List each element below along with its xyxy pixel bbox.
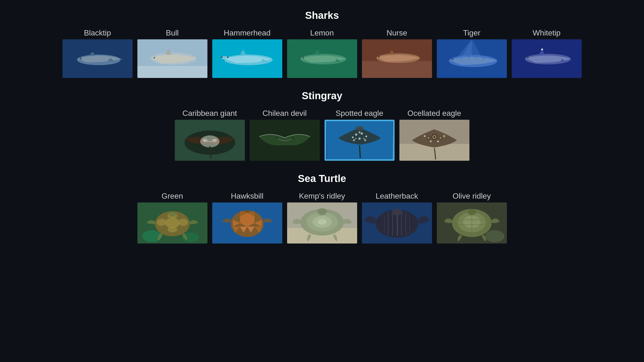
turtle-hawksbill-label: Hawksbill [231,192,264,201]
svg-point-96 [468,209,476,215]
shark-lemon-image[interactable] [287,39,357,78]
turtle-olive-label: Olive ridley [452,192,491,201]
svg-point-65 [168,227,177,232]
turtle-green-label: Green [162,192,183,201]
svg-point-10 [221,57,222,58]
shark-blacktip-image[interactable] [62,39,132,78]
ray-caribbean-image[interactable] [175,120,245,161]
svg-point-52 [440,137,442,139]
svg-point-6 [154,57,155,58]
ray-caribbean-item[interactable]: Caribbean giant [175,109,245,161]
svg-point-62 [157,219,166,226]
svg-point-42 [355,138,356,139]
ray-spotted-item[interactable]: Spotted eagle [324,109,394,161]
svg-point-36 [352,136,354,138]
svg-point-63 [178,219,188,226]
svg-point-84 [317,208,327,215]
svg-point-33 [355,133,357,136]
svg-point-41 [363,138,364,139]
stingray-grid: Caribbean giant [14,109,630,161]
shark-hammerhead-item[interactable]: Hammerhead [212,28,282,78]
svg-point-54 [443,135,445,137]
svg-point-50 [428,137,429,139]
ray-ocellated-image[interactable] [400,120,470,161]
turtle-leatherback-image[interactable] [362,202,432,244]
svg-point-56 [437,140,439,142]
shark-whitetip-image[interactable] [512,39,582,78]
ray-spotted-label: Spotted eagle [336,109,384,118]
ray-chilean-label: Chilean devil [262,109,307,118]
sharks-grid: Blacktip [14,28,630,78]
shark-nurse-image[interactable] [362,39,432,78]
svg-point-87 [392,209,402,216]
sea-turtle-grid: Green [14,192,630,244]
turtle-leatherback-item[interactable]: Leatherback [362,192,432,244]
svg-rect-4 [138,66,208,78]
svg-point-66 [169,212,176,217]
svg-point-25 [527,57,528,58]
stingray-title: Stingray [14,90,630,102]
ray-chilean-image[interactable] [250,120,320,161]
turtle-green-image[interactable] [138,202,208,244]
svg-point-18 [378,56,380,58]
shark-whitetip-label: Whitetip [533,28,561,37]
shark-hammerhead-label: Hammerhead [224,28,271,37]
turtle-olive-item[interactable]: Olive ridley [437,192,507,244]
shark-tiger-item[interactable]: Tiger [437,28,507,78]
turtle-kemps-image[interactable] [287,202,357,244]
sea-turtle-title: Sea Turtle [14,173,630,184]
shark-blacktip-label: Blacktip [84,28,111,37]
turtle-leatherback-label: Leatherback [376,192,418,201]
svg-point-55 [430,140,432,142]
ray-caribbean-label: Caribbean giant [182,109,237,118]
turtle-olive-image[interactable] [437,202,507,244]
svg-rect-9 [222,56,228,59]
svg-point-38 [364,139,366,141]
svg-point-21 [452,59,453,60]
shark-bull-item[interactable]: Bull [138,28,208,78]
svg-point-37 [358,138,360,140]
ray-ocellated-item[interactable]: Ocellated eagle [400,109,470,161]
ray-chilean-item[interactable]: Chilean devil [250,109,320,161]
svg-point-14 [303,57,304,58]
sharks-section: Sharks Blacktip [14,10,630,78]
svg-point-40 [358,131,360,133]
shark-lemon-label: Lemon [310,28,334,37]
svg-point-53 [424,135,426,137]
svg-point-2 [80,57,82,59]
turtle-kemps-label: Kemp's ridley [299,192,345,201]
turtle-green-item[interactable]: Green [138,192,208,244]
stingray-section: Stingray Caribbean giant [14,90,630,161]
shark-hammerhead-image[interactable] [212,39,282,78]
shark-bull-label: Bull [166,28,179,37]
sea-turtle-section: Sea Turtle Green [14,173,630,244]
shark-blacktip-item[interactable]: Blacktip [62,28,132,78]
sharks-title: Sharks [14,10,630,21]
svg-point-43 [356,126,364,131]
svg-point-24 [541,48,543,50]
ray-ocellated-label: Ocellated eagle [407,109,461,118]
svg-point-35 [365,135,367,137]
shark-nurse-label: Nurse [386,28,407,37]
shark-nurse-item[interactable]: Nurse [362,28,432,78]
shark-bull-image[interactable] [138,39,208,78]
shark-tiger-image[interactable] [437,39,507,78]
svg-point-30 [200,135,220,147]
shark-lemon-item[interactable]: Lemon [287,28,357,78]
svg-rect-16 [362,61,432,78]
svg-point-39 [353,139,355,141]
turtle-kemps-item[interactable]: Kemp's ridley [287,192,357,244]
turtle-hawksbill-image[interactable] [212,202,282,244]
ray-spotted-image[interactable] [324,120,394,161]
shark-whitetip-item[interactable]: Whitetip [512,28,582,78]
svg-point-34 [360,132,363,134]
svg-point-11 [227,57,228,58]
svg-point-89 [485,230,504,242]
svg-point-48 [433,136,436,138]
turtle-hawksbill-item[interactable]: Hawksbill [212,192,282,244]
shark-tiger-label: Tiger [463,28,480,37]
svg-point-83 [318,219,326,225]
